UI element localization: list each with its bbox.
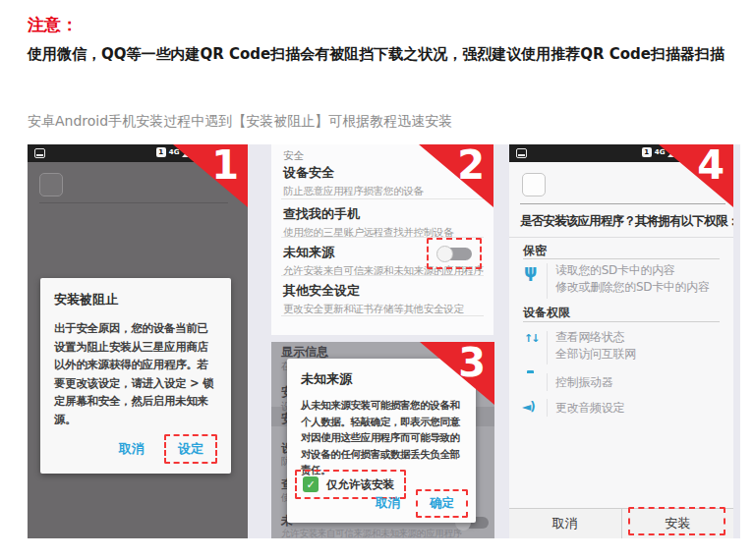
divider bbox=[281, 315, 484, 316]
divider bbox=[547, 399, 548, 417]
permission-text: 查看网络状态 全部访问互联网 bbox=[555, 329, 636, 363]
permission-line: 修改或删除您的SD卡中的内容 bbox=[555, 279, 710, 296]
usb-icon: ψ bbox=[524, 261, 538, 281]
permission-line: 更改音频设定 bbox=[555, 400, 624, 417]
annotation-box-toggle bbox=[427, 238, 482, 269]
divider bbox=[520, 203, 725, 204]
permission-line: 读取您的SD卡中的内容 bbox=[555, 262, 710, 279]
screen-capture-icon bbox=[516, 148, 527, 158]
divider bbox=[547, 373, 548, 391]
network-state-icon: ↑↓ bbox=[524, 332, 538, 345]
item-title: 查找我的手机 bbox=[283, 205, 482, 223]
ok-button[interactable]: 确定 bbox=[416, 489, 468, 518]
settings-item-other-security[interactable]: 其他安全设定 更改安全更新和证书存储等其他安全设定 bbox=[283, 282, 482, 316]
dialog-buttons: 取消 确定 bbox=[370, 489, 468, 518]
settings-item-find-my-mobile[interactable]: 查找我的手机 使用您的三星账户远程查找并控制设备 bbox=[283, 205, 482, 240]
speaker-icon: ◄) bbox=[522, 400, 535, 414]
tutorial-page: 注意： 使用微信，QQ等一些内建QR Code扫描会有被阻挡下载之状况，强烈建议… bbox=[0, 0, 754, 560]
notification-badge: 1 bbox=[156, 147, 166, 157]
phone-screenshot-3: 显示信息 在 安 设 安 设 防 查 使 未 允许安装来自可信来源和未知来源的应… bbox=[271, 342, 494, 538]
divider bbox=[523, 321, 720, 322]
cancel-button[interactable]: 取消 bbox=[113, 436, 150, 462]
step-number: 4 bbox=[697, 144, 725, 188]
unknown-sources-dialog: 未知来源 从未知来源安装可能损害您的设备和个人数据。轻敲确定，即表示您同意对因使… bbox=[287, 359, 476, 523]
item-subtitle: 更改安全更新和证书存储等其他安全设定 bbox=[283, 303, 482, 316]
network-label: 4G bbox=[655, 148, 666, 156]
security-screen-title: 安全 bbox=[283, 149, 304, 163]
phone-screenshot-4: 1 4G 7 是否安装该应用程序？其将拥有以下权限： 保密 ψ 读取您的SD卡中… bbox=[509, 144, 733, 538]
dialog-title: 未知来源 bbox=[301, 370, 464, 388]
divider bbox=[39, 202, 228, 203]
notification-badge: 1 bbox=[642, 147, 652, 157]
section-label-privacy: 保密 bbox=[523, 243, 547, 259]
item-title: 其他安全设定 bbox=[283, 282, 482, 300]
notice-body: 使用微信，QQ等一些内建QR Code扫描会有被阻挡下载之状况，强烈建议使用推荐… bbox=[28, 41, 731, 67]
permission-text: 控制振动器 bbox=[555, 374, 613, 391]
step-number: 1 bbox=[211, 144, 239, 188]
item-subtitle: 防止恶意应用程序损害您的设备 bbox=[283, 185, 482, 198]
permission-text: 更改音频设定 bbox=[555, 400, 624, 417]
screen-capture-icon bbox=[34, 148, 45, 158]
app-icon-placeholder bbox=[522, 173, 546, 196]
phone-screenshot-1: 1 4G 7 安装被阻止 出于安全原因，您的设备当前已设置为阻止安装从三星应用商… bbox=[28, 144, 248, 538]
dialog-body: 出于安全原因，您的设备当前已设置为阻止安装从三星应用商店以外的来源获得的应用程序… bbox=[54, 319, 217, 428]
divider bbox=[547, 263, 548, 299]
divider bbox=[547, 331, 548, 364]
install-question: 是否安装该应用程序？其将拥有以下权限： bbox=[520, 213, 733, 230]
section-label-device-permissions: 设备权限 bbox=[523, 305, 570, 321]
divider bbox=[281, 275, 484, 276]
phone-screenshot-2: 安全 设备安全 防止恶意应用程序损害您的设备 查找我的手机 使用您的三星账户远程… bbox=[271, 144, 493, 335]
permission-text: 读取您的SD卡中的内容 修改或删除您的SD卡中的内容 bbox=[555, 262, 710, 296]
dialog-title: 安装被阻止 bbox=[54, 291, 217, 308]
app-icon-placeholder bbox=[39, 173, 63, 196]
divider bbox=[281, 198, 484, 199]
divider bbox=[509, 237, 733, 238]
cancel-button[interactable]: 取消 bbox=[370, 491, 406, 516]
settings-button[interactable]: 设定 bbox=[164, 434, 217, 464]
dialog-buttons: 取消 设定 bbox=[54, 434, 217, 464]
step-corner-badge: 4 bbox=[659, 144, 733, 207]
install-blocked-dialog: 安装被阻止 出于安全原因，您的设备当前已设置为阻止安装从三星应用商店以外的来源获… bbox=[40, 278, 231, 474]
cancel-button[interactable]: 取消 bbox=[509, 509, 622, 538]
screenshot-strip: 1 4G 7 安装被阻止 出于安全原因，您的设备当前已设置为阻止安装从三星应用商… bbox=[28, 144, 740, 538]
permission-line: 查看网络状态 bbox=[555, 329, 636, 346]
network-label: 4G bbox=[169, 148, 180, 156]
notice-heading: 注意： bbox=[28, 14, 78, 36]
permission-line: 全部访问互联网 bbox=[555, 346, 636, 363]
divider bbox=[523, 258, 720, 259]
checkbox-checked-icon[interactable]: ✓ bbox=[303, 476, 319, 492]
annotation-box-install bbox=[628, 507, 725, 535]
permission-line: 控制振动器 bbox=[555, 374, 613, 391]
background-fragment: 允许安装来自可信来源和未知来源的应用程序 bbox=[281, 528, 462, 538]
tutorial-subtitle: 安卓Android手机安装过程中遇到【安装被阻止】可根据教程迅速安装 bbox=[28, 113, 452, 131]
dialog-body: 从未知来源安装可能损害您的设备和个人数据。轻敲确定，即表示您同意对因使用这些应用… bbox=[301, 397, 464, 478]
